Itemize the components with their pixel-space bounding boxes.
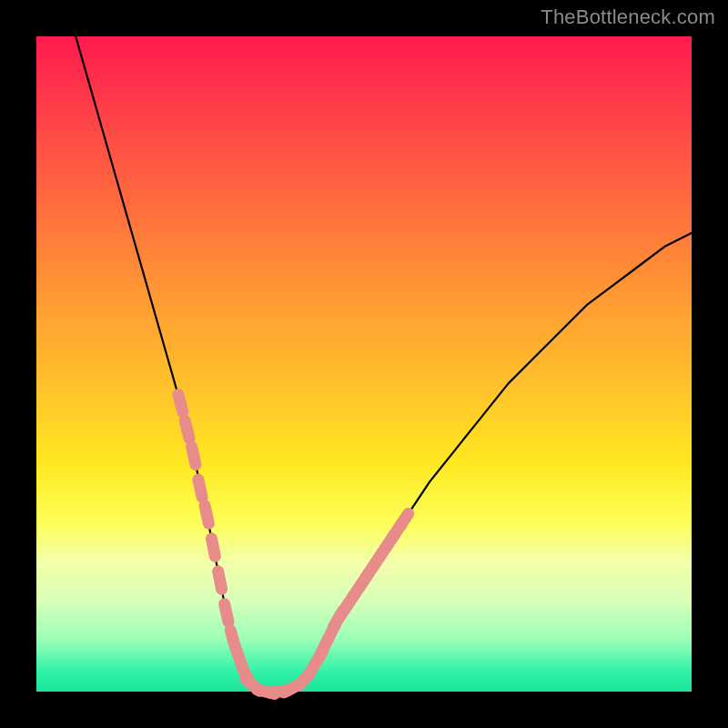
data-marker xyxy=(198,480,202,498)
chart-svg xyxy=(36,36,692,692)
data-marker xyxy=(399,513,409,529)
data-marker xyxy=(218,571,222,590)
marker-group xyxy=(178,395,409,694)
bottleneck-curve xyxy=(76,36,692,692)
data-marker xyxy=(185,420,189,438)
curve-path-group xyxy=(76,36,692,692)
data-marker xyxy=(225,604,228,622)
plot-area xyxy=(36,36,692,692)
watermark-text: TheBottleneck.com xyxy=(541,5,715,29)
data-marker xyxy=(192,447,196,465)
data-marker xyxy=(178,395,183,412)
chart-frame: TheBottleneck.com xyxy=(0,0,728,728)
data-marker xyxy=(299,672,311,685)
data-marker xyxy=(205,506,208,524)
data-marker xyxy=(211,539,215,557)
